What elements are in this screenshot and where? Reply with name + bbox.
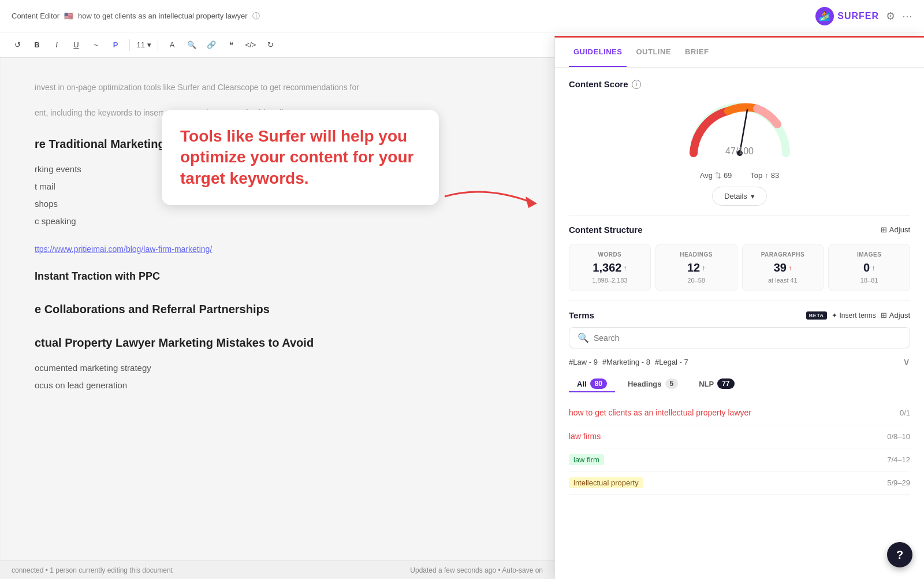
surfer-logo: 🏄 SURFER (815, 7, 879, 25)
structure-header: Content Structure ⊞ Adjust (569, 225, 910, 235)
top-label: Top (750, 171, 762, 180)
structure-grid: WORDS 1,362 ↑ 1,898–2,183 HEADINGS 12 ↑ … (569, 244, 910, 291)
toolbar-code[interactable]: </> (243, 37, 259, 53)
menu-icon[interactable]: ⋯ (902, 10, 912, 23)
toolbar-underline[interactable]: U (68, 37, 84, 53)
term-name-4: intellectual property (569, 477, 643, 488)
filter-all-label: All (577, 380, 587, 388)
images-value: 0 ↑ (836, 261, 903, 274)
toolbar-strike[interactable]: ~ (88, 37, 104, 53)
avg-icon: ⇅ (715, 171, 721, 180)
adjust-icon: ⊞ (881, 225, 887, 234)
avg-value: 69 (724, 171, 732, 180)
terms-title: Terms (569, 310, 594, 320)
filter-all-count: 80 (590, 378, 607, 389)
callout-arrow (439, 179, 543, 214)
section-divider-2 (569, 300, 910, 301)
words-range: 1,898–2,183 (576, 277, 643, 284)
tab-outline[interactable]: OUTLINE (631, 38, 676, 67)
term-count-3: 7/4–12 (881, 455, 910, 464)
hashtag-law: #Law - 9 (569, 358, 598, 366)
term-count-1: 0/1 (881, 409, 910, 417)
headings-value: 12 ↑ (663, 261, 730, 274)
gauge-score: 47/100 (725, 138, 754, 159)
headings-label: HEADINGS (663, 251, 730, 258)
toolbar-search[interactable]: 🔍 (184, 37, 200, 53)
term-count-4: 5/9–29 (881, 478, 910, 487)
structure-adjust-button[interactable]: ⊞ Adjust (881, 225, 910, 234)
words-value: 1,362 ↑ (576, 261, 643, 274)
headings-arrow: ↑ (702, 264, 705, 272)
structure-title: Content Structure (569, 225, 643, 235)
topbar-info-icon[interactable]: ⓘ (252, 11, 260, 21)
section-divider-1 (569, 215, 910, 216)
toolbar-bold[interactable]: B (29, 37, 45, 53)
term-item-3: law firm 7/4–12 (569, 448, 910, 472)
topbar-content-editor: Content Editor (12, 12, 59, 20)
structure-card-words: WORDS 1,362 ↑ 1,898–2,183 (569, 244, 651, 291)
editor-para1: invest in on-page optimization tools lik… (35, 81, 520, 95)
images-range: 18–81 (836, 277, 903, 284)
filter-tabs: All 80 Headings 5 NLP 77 (569, 375, 910, 392)
callout-text: Tools like Surfer will help you optimize… (180, 126, 420, 189)
avg-label: Avg (700, 171, 713, 180)
help-button[interactable]: ? (887, 542, 912, 567)
details-button[interactable]: Details ▾ (712, 187, 767, 206)
filter-tab-all[interactable]: All 80 (569, 375, 615, 392)
hashtag-marketing: #Marketing - 8 (602, 358, 650, 366)
content-score-info-icon[interactable]: i (632, 80, 641, 89)
callout-box: Tools like Surfer will help you optimize… (162, 110, 439, 205)
paragraphs-range: at least 41 (750, 277, 817, 284)
toolbar-quote[interactable]: ❝ (223, 37, 239, 53)
editor-list-item: c speaking (35, 213, 520, 230)
editor-list-item: ocus on lead generation (35, 377, 520, 394)
term-item-2: law firms 0/8–10 (569, 425, 910, 449)
toolbar-highlight[interactable]: P (107, 37, 124, 53)
term-name-3: law firm (569, 454, 604, 465)
filter-tab-headings[interactable]: Headings 5 (620, 375, 686, 392)
toolbar-redo[interactable]: ↻ (262, 37, 278, 53)
top-bar: Content Editor 🇺🇸 how to get clients as … (0, 0, 924, 32)
filter-headings-count: 5 (665, 378, 679, 389)
term-name-2: law firms (569, 431, 881, 443)
beta-badge: BETA (806, 311, 827, 320)
top-value: 83 (771, 171, 779, 180)
search-box[interactable]: 🔍 (569, 327, 910, 348)
filter-tab-nlp[interactable]: NLP 77 (691, 375, 742, 392)
terms-adjust-icon: ⊞ (881, 311, 887, 320)
settings-icon[interactable]: ⚙ (886, 10, 895, 23)
gauge-container: 47/100 (569, 98, 910, 162)
filter-nlp-label: NLP (699, 380, 714, 388)
topbar-document-title: how to get clients as an intellectual pr… (78, 12, 247, 20)
term-count-2: 0/8–10 (881, 432, 910, 441)
toolbar-undo[interactable]: ↺ (9, 37, 25, 53)
toolbar-sep2 (158, 39, 158, 51)
tab-guidelines[interactable]: GUIDELINES (569, 38, 627, 67)
insert-icon: ✦ (832, 311, 837, 320)
paragraphs-arrow: ↑ (788, 264, 792, 272)
editor-heading3: e Collaborations and Referral Partnershi… (35, 299, 520, 319)
terms-adjust-button[interactable]: ⊞ Adjust (881, 311, 910, 320)
editor-heading2: Instant Traction with PPC (35, 268, 520, 285)
chevron-down-icon: ▾ (751, 192, 755, 201)
toolbar-link[interactable]: 🔗 (203, 37, 219, 53)
top-icon: ↑ (765, 171, 769, 180)
toolbar-italic[interactable]: I (49, 37, 65, 53)
structure-card-images: IMAGES 0 ↑ 18–81 (828, 244, 910, 291)
paragraphs-label: PARAGRAPHS (750, 251, 817, 258)
hashtag-expand-button[interactable]: ∨ (903, 355, 910, 368)
term-item-1: how to get clients as an intellectual pr… (569, 402, 910, 425)
search-input[interactable] (594, 333, 901, 343)
editor-link[interactable]: ttps://www.pritieimai.com/blog/law-firm-… (35, 244, 212, 254)
content-score-title: Content Score i (569, 79, 910, 89)
words-arrow: ↑ (623, 264, 627, 272)
tab-brief[interactable]: BRIEF (680, 38, 714, 67)
hashtag-row: #Law - 9 #Marketing - 8 #Legal - 7 ∨ (569, 355, 910, 368)
toolbar-color[interactable]: A (164, 37, 180, 53)
search-icon: 🔍 (578, 332, 589, 343)
toolbar-font-size[interactable]: 11 ▾ (136, 37, 152, 53)
insert-terms-button[interactable]: ✦ Insert terms (832, 311, 876, 320)
editor-list-item: ocumented marketing strategy (35, 359, 520, 377)
terms-header: Terms BETA ✦ Insert terms ⊞ Adjust (569, 310, 910, 320)
editor-heading4: ctual Property Lawyer Marketing Mistakes… (35, 333, 520, 352)
